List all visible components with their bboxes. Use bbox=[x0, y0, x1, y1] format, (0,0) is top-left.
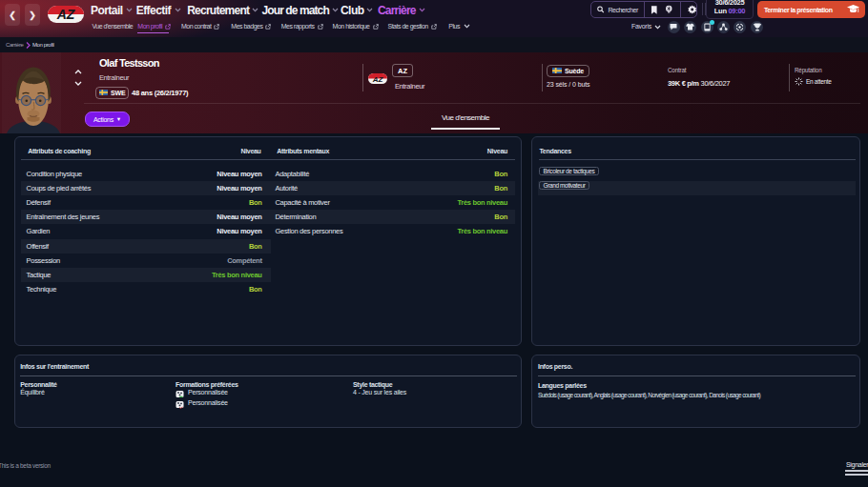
svg-text:AZ: AZ bbox=[372, 75, 384, 84]
svg-text:AZ: AZ bbox=[56, 7, 75, 22]
